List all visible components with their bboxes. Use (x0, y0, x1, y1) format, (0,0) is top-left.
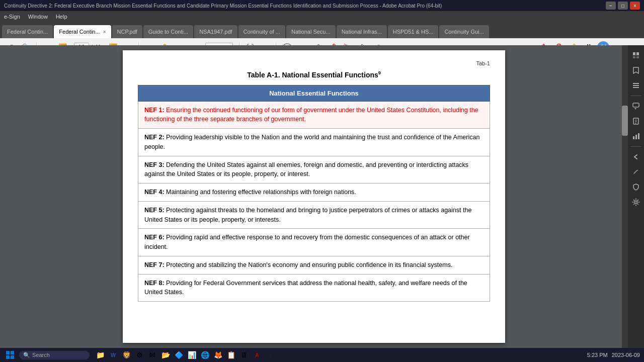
maximize-button[interactable]: □ (618, 2, 628, 10)
tab-5[interactable]: Continuity of ... (238, 25, 285, 38)
nef-cell-1: NEF 2: Providing leadership visible to t… (138, 129, 490, 156)
tab-1[interactable]: Federal Contin... × (54, 25, 111, 38)
tab-0[interactable]: Federal Contin... (2, 25, 53, 38)
svg-rect-9 (633, 136, 634, 139)
taskbar-explorer[interactable]: 📁 (95, 349, 106, 360)
search-label: Search (32, 352, 50, 358)
side-security-icon[interactable] (629, 180, 643, 194)
table-row: NEF 6: Providing rapid and effective res… (138, 229, 490, 256)
table-row: NEF 8: Providing for Federal Government … (138, 274, 490, 302)
side-bookmarks-icon[interactable] (629, 63, 643, 77)
tab-4[interactable]: NSA1947.pdf (194, 25, 237, 38)
tab-8[interactable]: HSPD51 & HS... (388, 25, 439, 38)
taskbar-app13[interactable]: Z (265, 349, 276, 360)
side-export-icon[interactable] (629, 114, 643, 128)
nef-cell-7: NEF 8: Providing for Federal Government … (138, 274, 490, 302)
menu-esign[interactable]: e-Sign (4, 14, 20, 20)
taskbar-icons: 📁 W 🦁 ⚙ ✉ 📂 🔷 📊 🌐 🦊 📋 🖥 A Z (95, 349, 276, 360)
menu-help[interactable]: Help (56, 14, 67, 20)
nef-cell-6: NEF 7: Protecting and stabilizing the Na… (138, 256, 490, 274)
nef-cell-0: NEF 1: Ensuring the continued functionin… (138, 101, 490, 129)
svg-rect-11 (638, 133, 639, 139)
svg-rect-14 (11, 351, 14, 354)
tab-7[interactable]: National Infras... (337, 25, 387, 38)
taskbar-app10[interactable]: 📋 (225, 349, 236, 360)
taskbar-right: 5:23 PM 2023-06-09 (587, 352, 640, 358)
svg-rect-6 (633, 87, 639, 88)
nef-cell-5: NEF 6: Providing rapid and effective res… (138, 229, 490, 256)
side-chart-icon[interactable] (629, 129, 643, 143)
svg-rect-0 (633, 52, 635, 55)
table-row: NEF 2: Providing leadership visible to t… (138, 129, 490, 156)
title-bar: Continuity Directive 2: Federal Executiv… (0, 0, 644, 11)
taskbar-settings[interactable]: ⚙ (134, 349, 145, 360)
taskbar-brave[interactable]: 🦁 (121, 349, 132, 360)
side-toolbar (628, 45, 644, 348)
side-collapse-icon[interactable] (629, 150, 643, 164)
menu-bar: e-Sign Window Help (0, 11, 644, 22)
tab-2[interactable]: NCP.pdf (112, 25, 142, 38)
table-row: NEF 3: Defending the United States again… (138, 156, 490, 184)
side-divider-1 (631, 96, 641, 96)
table-row: NEF 1: Ensuring the continued functionin… (138, 101, 490, 129)
close-button[interactable]: × (630, 2, 640, 10)
svg-rect-2 (633, 56, 635, 58)
taskbar-acrobat[interactable]: A (252, 349, 263, 360)
table-row: NEF 4: Maintaining and fostering effecti… (138, 184, 490, 202)
doc-page: Tab-1 Table A-1. National Essential Func… (123, 50, 505, 343)
nef-cell-3: NEF 4: Maintaining and fostering effecti… (138, 184, 490, 202)
table-row: NEF 7: Protecting and stabilizing the Na… (138, 256, 490, 274)
taskbar-app8[interactable]: 🌐 (199, 349, 210, 360)
side-edit-icon[interactable] (629, 165, 643, 179)
close-tab-1[interactable]: × (103, 29, 106, 35)
nef-table: National Essential Functions NEF 1: Ensu… (138, 85, 490, 302)
svg-point-12 (635, 201, 637, 204)
table-row: NEF 5: Protecting against threats to the… (138, 201, 490, 229)
page-number-label: Tab-1 (138, 60, 490, 66)
svg-rect-4 (633, 83, 639, 84)
scrollbar-thumb[interactable] (622, 106, 628, 136)
svg-rect-3 (636, 56, 639, 58)
table-title: Table A-1. National Essential Functions9 (138, 70, 490, 79)
side-divider-2 (631, 146, 641, 147)
svg-rect-1 (636, 52, 639, 55)
minimize-button[interactable]: − (606, 2, 616, 10)
title-text: Continuity Directive 2: Federal Executiv… (4, 3, 606, 9)
tab-9[interactable]: Continuity Gui... (439, 25, 489, 38)
side-comments-icon[interactable] (629, 99, 643, 113)
table-header-cell: National Essential Functions (138, 85, 490, 101)
system-time: 5:23 PM (587, 352, 608, 358)
side-settings-icon[interactable] (629, 195, 643, 209)
vertical-scrollbar[interactable] (622, 45, 628, 348)
taskbar-app6[interactable]: 🔷 (173, 349, 184, 360)
side-pan-pages-icon[interactable] (629, 48, 643, 62)
svg-rect-5 (633, 85, 639, 86)
table-header-row: National Essential Functions (138, 85, 490, 101)
svg-rect-10 (635, 135, 637, 139)
taskbar-mail[interactable]: ✉ (147, 349, 158, 360)
doc-container[interactable]: Tab-1 Table A-1. National Essential Func… (0, 45, 628, 348)
tab-6[interactable]: National Secu... (286, 25, 336, 38)
svg-rect-16 (11, 355, 14, 359)
taskbar-word[interactable]: W (108, 349, 119, 360)
taskbar: 🔍 Search 📁 W 🦁 ⚙ ✉ 📂 🔷 📊 🌐 🦊 📋 🖥 A Z 5:2… (0, 348, 644, 362)
taskbar-search[interactable]: 🔍 Search (19, 351, 90, 359)
side-layers-icon[interactable] (629, 78, 643, 93)
nef-cell-2: NEF 3: Defending the United States again… (138, 156, 490, 184)
nef-cell-4: NEF 5: Protecting against threats to the… (138, 201, 490, 229)
taskbar-app9[interactable]: 🦊 (212, 349, 223, 360)
menu-window[interactable]: Window (28, 14, 48, 20)
main-area: Tab-1 Table A-1. National Essential Func… (0, 45, 628, 348)
start-button[interactable] (4, 349, 16, 361)
taskbar-app11[interactable]: 🖥 (238, 349, 250, 360)
taskbar-folder2[interactable]: 📂 (160, 349, 171, 360)
system-date: 2023-06-09 (612, 352, 640, 358)
tabs-bar: Federal Contin... Federal Contin... × NC… (0, 22, 644, 38)
search-icon: 🔍 (23, 352, 30, 358)
svg-rect-7 (633, 103, 639, 107)
svg-rect-13 (6, 351, 10, 354)
taskbar-app7[interactable]: 📊 (186, 349, 197, 360)
tab-3[interactable]: Guide to Conti... (143, 25, 194, 38)
svg-rect-15 (6, 355, 10, 359)
